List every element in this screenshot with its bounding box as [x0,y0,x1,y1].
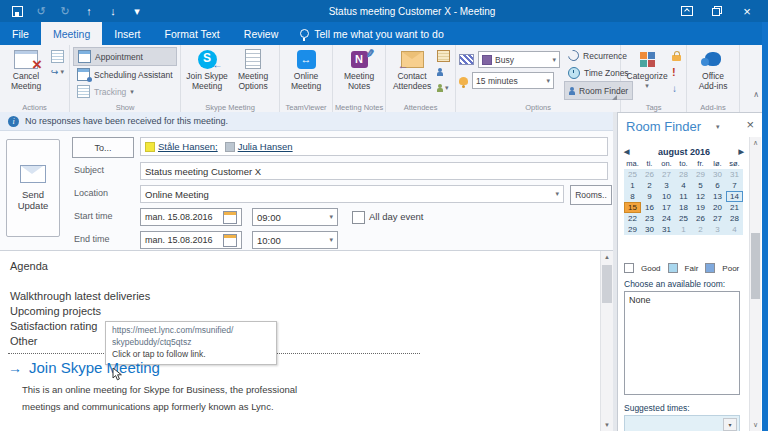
calendar-day[interactable]: 24 [658,213,675,224]
undo-icon[interactable]: ↺ [34,4,48,18]
scroll-down-icon[interactable]: ▼ [601,419,613,431]
add-remove-attendees-icon-button[interactable]: ▾ [437,82,450,94]
calendar-day[interactable]: 18 [675,202,692,213]
calendar-day[interactable]: 26 [641,169,658,180]
calendar-day[interactable]: 8 [624,191,641,202]
recipients-field[interactable]: Ståle Hansen;Julia Hansen [140,137,608,156]
panel-scroll-down-icon[interactable]: ∨ [750,419,761,431]
calendar-day[interactable]: 22 [624,213,641,224]
location-field[interactable]: Online Meeting ▾ [140,185,564,203]
calendar-day[interactable]: 1 [675,224,692,235]
calendar-day[interactable]: 5 [692,180,709,191]
suggested-times-dropdown-icon[interactable]: ▾ [723,418,737,431]
reminder-select[interactable]: 15 minutes ▾ [472,72,554,89]
rooms-button[interactable]: Rooms.. [570,185,612,205]
calendar-day[interactable]: 13 [709,191,726,202]
calendar-day[interactable]: 31 [658,224,675,235]
scheduling-assistant-button[interactable]: Scheduling Assistant [73,66,176,83]
tell-me-box[interactable]: Tell me what you want to do [290,22,454,45]
available-rooms-list[interactable]: None [624,291,740,395]
calendar-day[interactable]: 12 [692,191,709,202]
room-finder-close-icon[interactable]: × [746,117,754,132]
calendar-day[interactable]: 26 [692,213,709,224]
tab-file[interactable]: File [0,22,41,45]
calendar-day[interactable]: 2 [641,180,658,191]
start-time-dropdown-icon[interactable]: ▾ [329,213,333,221]
calendar-day[interactable]: 19 [692,202,709,213]
message-body[interactable]: Agenda Walkthrough latest deliveriesUpco… [0,250,614,431]
ribbon-display-options-icon[interactable] [680,4,694,18]
calendar-day[interactable]: 11 [675,191,692,202]
scroll-thumb[interactable] [602,265,612,303]
calendar-day[interactable]: 20 [709,202,726,213]
tab-meeting[interactable]: Meeting [41,22,102,45]
address-book-icon-button[interactable] [437,50,450,62]
calendar-day[interactable]: 17 [658,202,675,213]
end-date-picker-icon[interactable] [223,234,237,247]
tab-review[interactable]: Review [232,22,290,45]
calendar-day[interactable]: 9 [641,191,658,202]
calendar-day[interactable]: 28 [675,169,692,180]
tab-insert[interactable]: Insert [102,22,152,45]
recipient-link[interactable]: Ståle Hansen; [158,141,218,152]
redo-icon[interactable]: ↻ [58,4,72,18]
save-icon[interactable] [10,4,24,18]
tracking-button[interactable]: Tracking ▾ [73,83,176,100]
panel-scrollbar[interactable]: ∧ ∨ [749,137,761,431]
calendar-day[interactable]: 3 [658,180,675,191]
calendar-day[interactable]: 16 [641,202,658,213]
end-time-dropdown-icon[interactable]: ▾ [329,236,333,244]
calendar-day[interactable]: 30 [641,224,658,235]
calendar-day[interactable]: 2 [692,224,709,235]
next-month-icon[interactable]: ▶ [739,148,744,156]
calendar-day[interactable]: 23 [641,213,658,224]
update-attendees-icon-button[interactable] [437,66,450,78]
online-meeting-button[interactable]: ↔ Online Meeting [283,47,329,103]
room-list-item[interactable]: None [629,295,735,305]
room-finder-menu-icon[interactable]: ▾ [716,123,720,131]
customize-qat-icon[interactable]: ▾ [130,4,144,18]
appointment-button[interactable]: Appointment [73,47,176,66]
open-window-icon-button[interactable] [51,50,64,62]
end-date-field[interactable]: man. 15.08.2016 [140,231,242,249]
end-time-field[interactable]: 10:00 ▾ [252,231,338,249]
subject-field[interactable]: Status meeting Customer X [140,162,608,180]
meeting-notes-button[interactable]: N Meeting Notes [336,47,382,103]
private-button[interactable] [672,50,681,62]
show-as-select[interactable]: Busy ▾ [478,51,560,68]
calendar-day[interactable]: 28 [726,213,743,224]
join-skype-meeting-button[interactable]: S Join Skype Meeting [184,47,230,103]
panel-scroll-up-icon[interactable]: ∧ [750,137,761,149]
calendar-day[interactable]: 1 [624,180,641,191]
calendar-day[interactable]: 30 [709,169,726,180]
high-importance-button[interactable]: ! [672,66,681,78]
all-day-checkbox[interactable] [352,211,365,224]
calendar-day[interactable]: 25 [624,169,641,180]
calendar-day[interactable]: 21 [726,202,743,213]
categorize-button[interactable]: Categorize ▾ [624,47,670,103]
calendar-day[interactable]: 29 [692,169,709,180]
calendar-day[interactable]: 14 [726,191,743,202]
body-scrollbar[interactable]: ▲ ▼ [600,251,613,431]
previous-month-icon[interactable]: ◀ [624,148,629,156]
calendar-day[interactable]: 27 [709,213,726,224]
start-date-picker-icon[interactable] [223,211,237,224]
calendar-day[interactable]: 29 [624,224,641,235]
move-down-icon[interactable]: ↓ [106,4,120,18]
low-importance-button[interactable]: ↓ [672,82,681,94]
to-button[interactable]: To... [72,137,134,158]
join-skype-meeting-link[interactable]: Join Skype Meeting [29,359,160,376]
start-date-field[interactable]: man. 15.08.2016 [140,208,242,226]
restore-window-icon[interactable] [710,4,724,18]
calendar-day[interactable]: 4 [675,180,692,191]
calendar-day[interactable]: 4 [726,224,743,235]
calendar-day[interactable]: 10 [658,191,675,202]
calendar-day[interactable]: 31 [726,169,743,180]
recipient-link[interactable]: Julia Hansen [238,141,293,152]
calendar-day[interactable]: 25 [675,213,692,224]
tab-format-text[interactable]: Format Text [153,22,232,45]
close-window-icon[interactable]: × [740,4,754,18]
cancel-meeting-button[interactable]: Cancel Meeting [3,47,49,103]
contact-attendees-button[interactable]: Contact Attendees [389,47,435,103]
panel-scroll-thumb[interactable] [751,233,760,299]
